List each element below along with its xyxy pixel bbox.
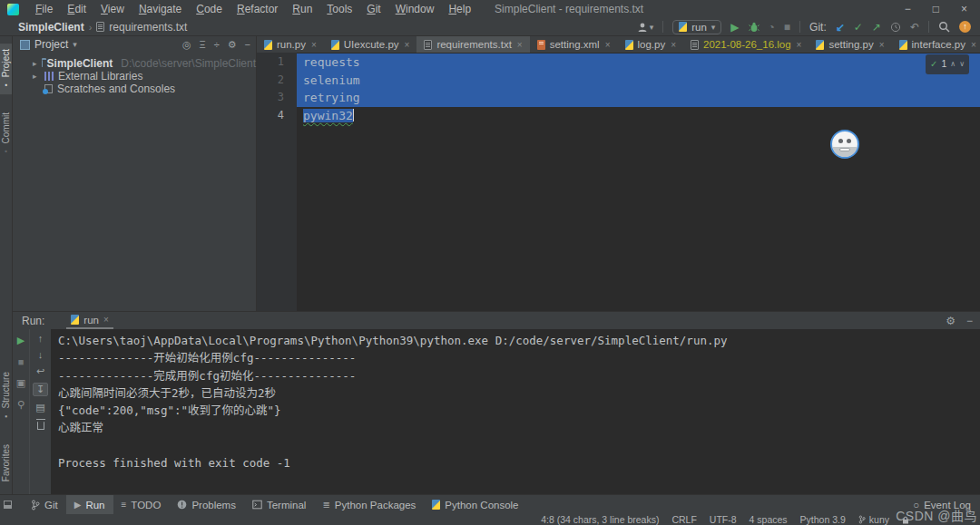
expand-all-icon[interactable]: Ξ xyxy=(199,39,205,50)
menu-code[interactable]: Code xyxy=(189,1,230,17)
floating-assistant-icon[interactable] xyxy=(830,130,859,159)
code-area[interactable]: requests selenium retrying pywin32 xyxy=(297,53,980,311)
tab-close-icon[interactable]: × xyxy=(517,40,523,50)
down-stack-trace-icon[interactable]: ↓ xyxy=(38,349,44,360)
tree-item-scratches[interactable]: Scratches and Consoles xyxy=(13,83,256,95)
run-console-tab[interactable]: run × xyxy=(66,312,113,329)
git-push-icon[interactable]: ↗ xyxy=(872,21,881,34)
locate-file-icon[interactable]: ◎ xyxy=(182,39,191,51)
editor-tab-setting-py[interactable]: setting.py × xyxy=(808,36,891,53)
close-button[interactable]: × xyxy=(961,3,967,15)
expand-arrow-icon[interactable]: ▸ xyxy=(33,72,40,81)
collapse-all-icon[interactable]: ÷ xyxy=(214,39,220,50)
tool-button-python-console[interactable]: Python Console xyxy=(424,495,526,514)
tree-item-simpleclient[interactable]: ▸ SimpleClient D:\code\server\SimpleClie… xyxy=(13,57,256,70)
git-branch-widget[interactable]: kuny xyxy=(858,514,889,525)
inspection-widget[interactable]: ✓ 1 ∧ ∨ xyxy=(926,54,969,74)
expand-arrow-icon[interactable]: ▸ xyxy=(33,59,37,68)
prev-problem-icon[interactable]: ∧ xyxy=(950,55,956,73)
tab-close-icon[interactable]: × xyxy=(103,315,109,325)
rollback-icon[interactable]: ↶ xyxy=(910,21,919,34)
tool-stripe-favorites[interactable]: Favorites xyxy=(0,439,12,487)
print-icon[interactable]: ▤ xyxy=(35,402,44,413)
run-button[interactable]: ▶ xyxy=(730,21,739,34)
code-line[interactable]: retrying xyxy=(297,89,980,107)
restore-button[interactable]: □ xyxy=(933,3,939,15)
tab-close-icon[interactable]: × xyxy=(405,40,410,50)
soft-wrap-icon[interactable]: ↩ xyxy=(36,365,44,377)
tab-close-icon[interactable]: × xyxy=(671,40,676,50)
gear-icon[interactable]: ⚙ xyxy=(946,315,956,327)
tab-close-icon[interactable]: × xyxy=(605,40,611,50)
indent-widget[interactable]: 4 spaces xyxy=(750,514,788,525)
restore-layout-icon[interactable]: ▣ xyxy=(16,377,25,389)
minimize-button[interactable]: − xyxy=(905,3,911,15)
tab-close-icon[interactable]: × xyxy=(971,40,976,50)
hide-panel-icon[interactable]: − xyxy=(245,39,250,50)
hide-panel-icon[interactable]: − xyxy=(966,315,973,327)
menu-refactor[interactable]: Refactor xyxy=(230,1,285,17)
run-configuration-select[interactable]: run ▾ xyxy=(672,20,721,34)
menu-file[interactable]: File xyxy=(28,1,60,17)
menu-edit[interactable]: Edit xyxy=(60,1,93,17)
project-panel-title[interactable]: Project xyxy=(34,38,68,51)
interpreter-widget[interactable]: Python 3.9 xyxy=(800,514,846,525)
menu-tools[interactable]: Tools xyxy=(319,1,359,17)
caret-position-widget[interactable]: 4:8 (34 chars, 3 line breaks) xyxy=(541,514,659,525)
editor-tab-requirements-txt[interactable]: requirements.txt × xyxy=(416,36,529,53)
profile-button[interactable]: ◔ xyxy=(769,21,775,34)
menu-navigate[interactable]: Navigate xyxy=(132,1,189,17)
encoding-widget[interactable]: UTF-8 xyxy=(710,514,737,525)
code-line[interactable]: requests xyxy=(297,53,980,72)
search-everywhere-icon[interactable] xyxy=(938,21,950,33)
editor-tab-uiexcute-py[interactable]: UIexcute.py × xyxy=(324,36,417,53)
next-problem-icon[interactable]: ∨ xyxy=(959,55,965,73)
chevron-down-icon[interactable]: ▾ xyxy=(73,40,77,49)
tool-button-python-packages[interactable]: ≣ Python Packages xyxy=(314,495,424,514)
menu-window[interactable]: Window xyxy=(388,1,442,17)
tool-button-git[interactable]: Git xyxy=(23,495,66,514)
menu-help[interactable]: Help xyxy=(441,1,478,17)
editor-body[interactable]: 1 2 3 4 requests selenium retrying pywin… xyxy=(257,53,980,311)
tree-item-external-libraries[interactable]: ▸ External Libraries xyxy=(13,70,256,83)
menu-git[interactable]: Git xyxy=(359,1,387,17)
tool-stripe-structure[interactable]: ▪ Structure xyxy=(0,366,12,426)
update-notification-icon[interactable]: ↑ xyxy=(959,21,971,33)
tool-button-problems[interactable]: Problems xyxy=(169,495,244,514)
up-stack-trace-icon[interactable]: ↑ xyxy=(38,333,44,344)
tool-button-todo[interactable]: ≡ TODO xyxy=(113,495,170,514)
line-separator-widget[interactable]: CRLF xyxy=(671,514,696,525)
tool-button-run[interactable]: ▶ Run xyxy=(66,495,113,514)
git-commit-check-icon[interactable]: ✓ xyxy=(854,21,863,34)
pin-icon[interactable]: ⚲ xyxy=(17,399,24,411)
history-clock-icon[interactable] xyxy=(890,22,901,33)
breadcrumb-project[interactable]: SimpleClient xyxy=(18,21,84,34)
tab-close-icon[interactable]: × xyxy=(797,40,802,50)
tab-close-icon[interactable]: × xyxy=(879,40,885,50)
tool-windows-switcher-icon[interactable] xyxy=(4,501,12,509)
debug-button[interactable] xyxy=(749,22,760,33)
code-line[interactable]: selenium xyxy=(297,72,980,90)
editor-tab-run-py[interactable]: run.py × xyxy=(257,36,324,53)
stop-button[interactable]: ■ xyxy=(18,356,24,367)
breadcrumb-file[interactable]: requirements.txt xyxy=(109,21,187,34)
tool-button-terminal[interactable]: Terminal xyxy=(244,495,314,514)
tab-close-icon[interactable]: × xyxy=(311,40,317,50)
git-update-icon[interactable]: ↙ xyxy=(836,21,845,34)
tool-stripe-project[interactable]: ▪ Project xyxy=(0,44,12,94)
clear-console-icon[interactable] xyxy=(37,422,44,430)
run-console-output[interactable]: C:\Users\taoj\AppData\Local\Programs\Pyt… xyxy=(51,329,980,494)
scroll-to-end-icon[interactable]: ↧ xyxy=(33,383,48,396)
menu-run[interactable]: Run xyxy=(285,1,319,17)
stop-button[interactable]: ■ xyxy=(784,21,790,34)
menu-view[interactable]: View xyxy=(93,1,132,17)
code-line[interactable]: pywin32 xyxy=(297,107,980,125)
tool-stripe-commit[interactable]: ◦ Commit xyxy=(0,107,12,160)
editor-tab-setting-xml[interactable]: setting.xml × xyxy=(530,36,618,53)
editor-tab-log-file[interactable]: 2021-08-26_16.log × xyxy=(683,36,808,53)
gear-icon[interactable]: ⚙ xyxy=(228,39,237,51)
rerun-button[interactable]: ▶ xyxy=(17,335,24,346)
editor-tab-interface-py[interactable]: interface.py × xyxy=(892,36,980,53)
user-account-icon[interactable]: ▾ xyxy=(637,22,654,33)
editor-tab-log-py[interactable]: log.py × xyxy=(618,36,684,53)
